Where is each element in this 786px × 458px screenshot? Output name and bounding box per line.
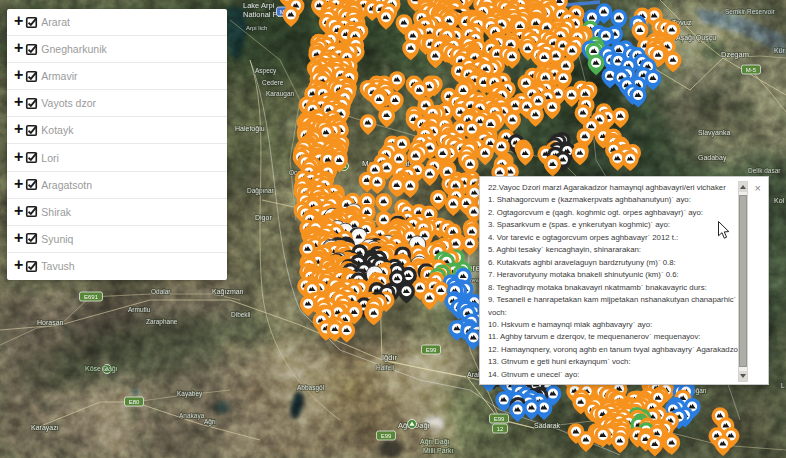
svg-text:Dzegam: Dzegam	[721, 50, 749, 59]
svg-text:E99: E99	[426, 347, 437, 353]
svg-text:Cedere: Cedere	[262, 79, 284, 86]
svg-text:Kayabey: Kayabey	[177, 390, 203, 398]
svg-text:Anakaya: Anakaya	[179, 412, 205, 420]
svg-text:Dibekli: Dibekli	[231, 311, 251, 318]
svg-text:Kür: Kür	[774, 47, 786, 54]
svg-text:Karaugan: Karaugan	[266, 90, 295, 98]
svg-text:Digor: Digor	[255, 214, 272, 222]
svg-text:Karayazı: Karayazı	[31, 424, 59, 432]
svg-text:L: L	[781, 382, 785, 389]
svg-text:Aspecy: Aspecy	[255, 67, 277, 75]
svg-text:Odalar: Odalar	[151, 288, 171, 295]
svg-text:Halefoğlu: Halefoğlu	[235, 125, 265, 133]
svg-text:E80: E80	[129, 399, 140, 405]
svg-text:Armutlu: Armutlu	[128, 306, 151, 313]
svg-text:M-5: M-5	[746, 67, 757, 73]
svg-text:Zaraphane: Zaraphane	[146, 318, 178, 326]
svg-text:Sadarak: Sadarak	[534, 422, 561, 429]
svg-text:Semkir Reservoir: Semkir Reservoir	[725, 8, 776, 15]
svg-text:Slavyanka: Slavyanka	[698, 129, 730, 137]
svg-text:Iğdır: Iğdır	[382, 353, 398, 362]
svg-text:Horasan: Horasan	[37, 319, 64, 326]
svg-text:Köse Dağı: Köse Dağı	[85, 365, 118, 373]
svg-text:Ağrı Dağı: Ağrı Dağı	[420, 438, 450, 446]
svg-text:Delik dasar: Delik dasar	[748, 167, 781, 174]
svg-text:Lake Arpi: Lake Arpi	[243, 1, 275, 10]
svg-text:12: 12	[497, 426, 504, 432]
svg-text:Kol: Kol	[774, 197, 785, 204]
svg-text:Abbasgöl: Abbasgöl	[297, 384, 325, 392]
svg-text:Aşağı Quşçu: Aşağı Quşçu	[676, 34, 716, 42]
svg-text:Halfeli: Halfeli	[376, 364, 394, 371]
svg-text:Gadabay: Gadabay	[698, 154, 727, 162]
svg-text:Ağrı: Ağrı	[204, 418, 216, 426]
svg-text:E691: E691	[84, 294, 99, 300]
svg-text:Arpi lich: Arpi lich	[246, 25, 267, 31]
svg-text:E99: E99	[494, 416, 505, 422]
svg-text:Dağpınar: Dağpınar	[247, 187, 275, 195]
svg-text:Kağızman: Kağızman	[212, 288, 244, 296]
svg-text:E99: E99	[381, 433, 392, 439]
svg-text:Milli Parkı: Milli Parkı	[423, 447, 453, 454]
